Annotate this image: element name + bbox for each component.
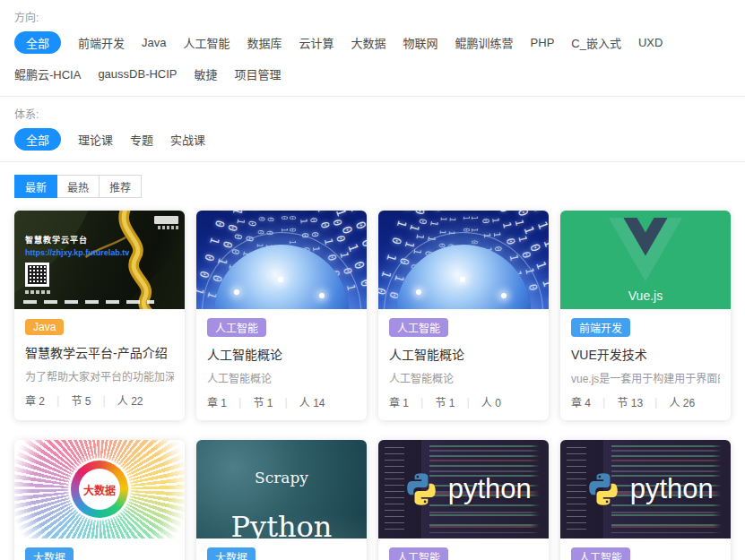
sort-hottest-button[interactable]: 最热: [56, 175, 100, 198]
stat-separator: |: [654, 395, 657, 409]
course-stats: 章 1| 节 1| 人 0: [389, 394, 538, 409]
direction-tag-c-embedded[interactable]: C_嵌入式: [571, 31, 621, 54]
category-badge: Java: [25, 319, 64, 335]
glow-dot: [416, 289, 421, 295]
direction-tag-uxd[interactable]: UXD: [638, 33, 663, 52]
people-count: 人 14: [299, 394, 325, 409]
course-title: 人工智能概论: [389, 345, 538, 363]
direction-tag-gaussdb-hcip[interactable]: gaussDB-HCIP: [98, 65, 177, 83]
sort-recommended-button[interactable]: 推荐: [99, 175, 142, 198]
section-count: 节 1: [435, 394, 455, 409]
direction-tag-java[interactable]: Java: [142, 33, 166, 52]
card-body: Java 智慧教学云平台-产品介绍 为了帮助大家对平台的功能加深理... 章 2…: [14, 309, 185, 418]
course-card-ai-intro-2[interactable]: 0 1 1 0 1 0 0 1 0 1 1 0 0 1 1 0 1 0 0 1 …: [378, 211, 549, 420]
course-card-hadoop[interactable]: 大数据 大数据 Hadoop大数据开发 Hadoop大数据开发介绍 章 8| 节…: [14, 440, 185, 560]
python-wordmark: Python: [196, 510, 367, 538]
stat-separator: |: [466, 395, 469, 409]
vuejs-logo-icon: [609, 218, 682, 281]
category-badge: 大数据: [25, 547, 74, 560]
course-cover-river-photo: 智慧教学云平台 https://zhjxy.kp.futurelab.tv: [14, 211, 185, 309]
people-count: 人 22: [117, 392, 143, 408]
system-tag-theory[interactable]: 理论课: [78, 128, 113, 151]
direction-tag-cloud[interactable]: 云计算: [299, 31, 334, 54]
course-description: 人工智能概论: [389, 370, 538, 385]
direction-tag-agile[interactable]: 敏捷: [195, 63, 218, 85]
card-body: 人工智能 Python程序设计 全面掌握Python编程语言的基本语... 章 …: [560, 538, 731, 560]
cover-footer-tags: [23, 300, 154, 304]
system-tag-topic[interactable]: 专题: [130, 128, 153, 151]
course-card-scientific-computing[interactable]: python 人工智能 科学计算与数据分析基础(Pyth... 本课程介绍Num…: [378, 440, 549, 560]
python-logo-icon: [585, 470, 622, 508]
stat-separator: |: [602, 395, 605, 409]
direction-tag-ai[interactable]: 人工智能: [184, 31, 230, 54]
python-logo-icon: [403, 470, 440, 508]
cover-platform-url: https://zhjxy.kp.futurelab.tv: [25, 248, 129, 257]
course-description: vue.js是一套用于构建用于界面的...: [571, 370, 720, 385]
chapter-count: 章 1: [389, 394, 409, 409]
course-catalog-page: 方向: 全部 前端开发 Java 人工智能 数据库 云计算 大数据 物联网 鲲鹏…: [0, 0, 745, 560]
course-description: 人工智能概论: [207, 370, 356, 385]
section-count: 节 1: [253, 394, 273, 409]
system-tag-all[interactable]: 全部: [14, 128, 61, 151]
python-brand: python: [403, 470, 532, 508]
cover-platform-title: 智慧教学云平台: [25, 234, 88, 246]
stat-separator: |: [102, 393, 105, 407]
course-card-ai-intro-1[interactable]: 1 0 0 1 0 1 1 0 1 0 0 1 1 0 0 1 0 1 1 0 …: [196, 211, 367, 420]
direction-tag-all[interactable]: 全部: [14, 31, 61, 54]
direction-tag-database[interactable]: 数据库: [247, 31, 282, 54]
course-card-scrapy[interactable]: Scrapy Python 大数据 基于Scrapy框架爬虫快速开发(... 本…: [196, 440, 367, 560]
vuejs-wordmark: Vue.js: [628, 289, 663, 303]
python-wordmark: python: [630, 473, 714, 505]
course-title: 智慧教学云平台-产品介绍: [25, 343, 174, 361]
category-badge: 人工智能: [571, 547, 630, 560]
course-stats: 章 4| 节 13| 人 26: [571, 394, 720, 409]
sort-button-group: 最新 最热 推荐: [14, 175, 142, 198]
system-tag-practice[interactable]: 实战课: [170, 128, 205, 151]
section-divider: [0, 96, 745, 97]
category-badge: 人工智能: [207, 318, 266, 337]
card-body: 人工智能 人工智能概论 人工智能概论 章 1| 节 1| 人 14: [196, 309, 367, 420]
course-card-grid: 智慧教学云平台 https://zhjxy.kp.futurelab.tv Ja…: [14, 211, 731, 560]
direction-tag-kunpeng-camp[interactable]: 鲲鹏训练营: [455, 31, 514, 54]
cover-watermark-logo: [154, 216, 178, 224]
qr-caption: [25, 290, 52, 294]
direction-tag-bigdata[interactable]: 大数据: [351, 31, 386, 54]
category-badge: 人工智能: [389, 547, 448, 560]
course-card-python-programming[interactable]: python 人工智能 Python程序设计 全面掌握Python编程语言的基本…: [560, 440, 731, 560]
glow-dot: [234, 289, 239, 295]
section-count: 节 5: [71, 392, 91, 408]
direction-tag-list: 全部 前端开发 Java 人工智能 数据库 云计算 大数据 物联网 鲲鹏训练营 …: [14, 31, 723, 85]
card-body: 人工智能 人工智能概论 人工智能概论 章 1| 节 1| 人 0: [378, 309, 549, 420]
direction-tag-iot[interactable]: 物联网: [403, 31, 438, 54]
glow-dot: [501, 293, 507, 298]
system-filter-label: 体系:: [14, 106, 731, 121]
course-description: 为了帮助大家对平台的功能加深理...: [25, 368, 174, 383]
direction-tag-php[interactable]: PHP: [531, 33, 555, 52]
course-card-zhjxy[interactable]: 智慧教学云平台 https://zhjxy.kp.futurelab.tv Ja…: [14, 211, 185, 420]
card-body: 前端开发 VUE开发技术 vue.js是一套用于构建用于界面的... 章 4| …: [560, 309, 731, 420]
course-cover-scrapy: Scrapy Python: [196, 440, 367, 538]
course-card-vue[interactable]: Vue.js 前端开发 VUE开发技术 vue.js是一套用于构建用于界面的..…: [560, 211, 731, 420]
category-badge: 前端开发: [571, 318, 630, 337]
direction-tag-project-mgmt[interactable]: 项目管理: [235, 63, 282, 85]
sort-latest-button[interactable]: 最新: [14, 175, 57, 198]
course-cover-vue-logo: Vue.js: [560, 211, 731, 309]
course-cover-python-code: python: [378, 440, 549, 538]
stat-separator: |: [420, 395, 423, 409]
course-cover-bigdata-burst: 大数据: [14, 440, 185, 538]
qr-code: [25, 263, 49, 287]
direction-tag-kunpeng-hcia[interactable]: 鲲鹏云-HCIA: [14, 63, 81, 85]
course-title: 人工智能概论: [207, 345, 356, 363]
chapter-count: 章 1: [207, 394, 227, 409]
stat-separator: |: [284, 395, 287, 409]
category-badge: 大数据: [207, 547, 256, 560]
course-cover-python-code: python: [560, 440, 731, 538]
people-count: 人 0: [481, 394, 501, 409]
chapter-count: 章 4: [571, 394, 591, 409]
course-cover-binary-globe: 0 1 1 0 1 0 0 1 0 1 1 0 0 1 1 0 1 0 0 1 …: [378, 211, 549, 309]
category-badge: 人工智能: [389, 318, 448, 337]
direction-tag-frontend[interactable]: 前端开发: [78, 31, 125, 54]
card-body: 大数据 Hadoop大数据开发 Hadoop大数据开发介绍 章 8| 节 34|…: [14, 538, 185, 560]
direction-filter-section: 方向: 全部 前端开发 Java 人工智能 数据库 云计算 大数据 物联网 鲲鹏…: [14, 9, 731, 85]
card-body: 大数据 基于Scrapy框架爬虫快速开发(... 本课程讲解了基于Scrapy框…: [196, 538, 367, 560]
